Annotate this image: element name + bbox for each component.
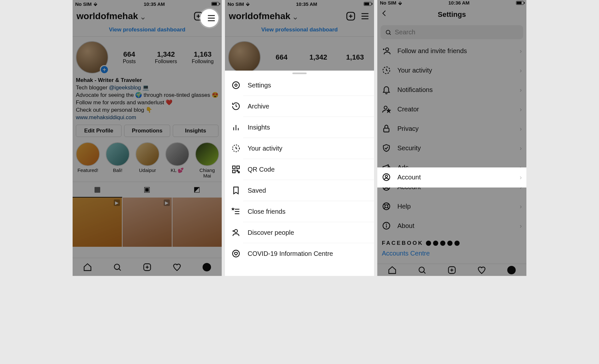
create-icon[interactable]	[447, 266, 456, 275]
accounts-centre-link[interactable]: Accounts Centre	[377, 248, 526, 264]
screen-1-profile: No SIM⬙ 10:35 AM worldofmehak View profe…	[73, 0, 222, 276]
battery-icon	[516, 1, 524, 5]
svg-line-38	[389, 33, 391, 35]
settings-notifications[interactable]: Notifications ›	[377, 80, 526, 99]
facebook-label: FACEBOOK	[382, 240, 423, 246]
settings-privacy[interactable]: Privacy ›	[377, 119, 526, 138]
settings-item-label: Account	[397, 174, 421, 181]
chevron-right-icon: ›	[520, 47, 522, 55]
activity-icon[interactable]	[172, 263, 182, 272]
settings-help[interactable]: Help ›	[377, 197, 526, 216]
settings-security[interactable]: Security ›	[377, 138, 526, 158]
username-switcher[interactable]: worldofmehak	[76, 11, 146, 21]
battery-icon	[211, 2, 219, 6]
menu-insights[interactable]: Insights	[225, 117, 374, 138]
tab-reels[interactable]: ▣	[122, 182, 172, 198]
username-switcher[interactable]: worldofmehak	[229, 11, 298, 21]
lock-icon	[382, 124, 391, 133]
search-icon[interactable]	[113, 263, 122, 272]
professional-dashboard-link[interactable]: View professional dashboard	[225, 23, 374, 37]
menu-saved[interactable]: Saved	[225, 180, 374, 201]
highlight-item[interactable]: KL 💕	[165, 142, 189, 178]
profile-avatar[interactable]: +	[76, 41, 108, 74]
create-icon[interactable]	[143, 263, 152, 272]
menu-covid-info[interactable]: COVID-19 Information Centre	[225, 243, 374, 264]
clock-icon	[382, 66, 391, 75]
tab-grid[interactable]: ▦	[73, 182, 122, 198]
bookmark-icon	[231, 186, 241, 195]
settings-creator[interactable]: Creator ›	[377, 99, 526, 119]
svg-point-37	[386, 30, 390, 34]
search-input[interactable]: Search	[381, 25, 523, 39]
post-thumbnail[interactable]	[123, 198, 172, 247]
clock: 10:35 AM	[250, 1, 364, 7]
svg-point-36	[233, 250, 240, 257]
edit-profile-button[interactable]: Edit Profile	[76, 125, 122, 137]
search-icon[interactable]	[417, 266, 427, 275]
settings-your-activity[interactable]: Your activity ›	[377, 61, 526, 80]
wifi-icon: ⬙	[94, 1, 97, 6]
stat-following[interactable]: 1,163	[339, 53, 371, 62]
insights-button[interactable]: Insights	[173, 125, 218, 137]
highlight-label: Featured!	[76, 167, 100, 173]
hamburger-icon[interactable]	[360, 11, 370, 21]
promotions-button[interactable]: Promotions	[124, 125, 170, 137]
settings-account-highlight[interactable]: Account ›	[377, 167, 526, 188]
svg-point-19	[233, 82, 240, 89]
posts-count: 664	[113, 50, 145, 59]
stat-posts[interactable]: 664	[266, 53, 297, 62]
menu-qr-code[interactable]: QR Code	[225, 159, 374, 180]
svg-point-58	[386, 224, 386, 224]
carrier-label: No SIM	[380, 0, 396, 6]
sheet-grabber[interactable]	[292, 73, 307, 74]
stat-followers[interactable]: 1,342 Followers	[150, 50, 182, 64]
professional-dashboard-link[interactable]: View professional dashboard	[73, 23, 222, 37]
bio-website-link[interactable]: www.mehaksiddiqui.com	[76, 114, 136, 120]
post-thumbnail[interactable]	[172, 198, 222, 247]
wifi-icon: ⬙	[246, 1, 250, 6]
create-post-icon[interactable]	[346, 11, 356, 21]
settings-item-label: Help	[397, 203, 411, 210]
add-story-badge[interactable]: +	[100, 65, 109, 74]
highlight-item[interactable]: Bali!	[106, 142, 130, 178]
status-bar: No SIM⬙ 10:35 AM	[225, 0, 374, 8]
story-highlights: Featured! Bali! Udaipur KL 💕 Chiang Mai	[73, 141, 222, 182]
svg-rect-27	[237, 170, 238, 171]
menu-archive[interactable]: Archive	[225, 96, 374, 117]
stat-followers[interactable]: 1,342	[302, 53, 334, 62]
profile-header: worldofmehak	[225, 8, 374, 23]
stat-following[interactable]: 1,163 Following	[187, 50, 218, 64]
stat-posts[interactable]: 664 Posts	[113, 50, 145, 64]
bio-mention[interactable]: @igeeksblog	[109, 85, 141, 91]
profile-nav-icon[interactable]	[202, 263, 211, 272]
profile-nav-icon[interactable]	[507, 266, 516, 275]
activity-icon[interactable]	[477, 266, 486, 275]
highlight-item[interactable]: Udaipur	[135, 142, 159, 178]
profile-avatar[interactable]	[228, 41, 261, 74]
settings-item-label: Your activity	[397, 67, 432, 74]
highlight-item[interactable]: Featured!	[76, 142, 100, 178]
menu-settings[interactable]: Settings	[225, 75, 374, 96]
settings-follow-invite[interactable]: Follow and invite friends ›	[377, 41, 526, 61]
home-icon[interactable]	[83, 263, 92, 272]
options-bottom-sheet: Settings Archive Insights Your activity …	[225, 71, 374, 276]
menu-close-friends[interactable]: Close friends	[225, 201, 374, 222]
settings-about[interactable]: About ›	[377, 216, 526, 235]
post-thumbnail[interactable]	[73, 198, 122, 247]
following-count: 1,163	[187, 50, 218, 59]
svg-line-7	[119, 268, 121, 270]
bio-text: Check out my personal blog 👇	[76, 107, 218, 114]
followers-count: 1,342	[150, 50, 182, 59]
tab-tagged[interactable]: ◩	[172, 182, 222, 198]
hamburger-highlight[interactable]	[200, 9, 218, 27]
profile-content-tabs: ▦ ▣ ◩	[73, 182, 222, 198]
bio-text: Advocate for seeing the 🌍 through rose-t…	[76, 92, 218, 99]
menu-discover-people[interactable]: Discover people	[225, 222, 374, 243]
chevron-right-icon: ›	[520, 67, 522, 74]
home-icon[interactable]	[388, 266, 397, 275]
back-button[interactable]	[381, 9, 390, 19]
carrier-label: No SIM	[228, 1, 244, 7]
menu-your-activity[interactable]: Your activity	[225, 138, 374, 159]
svg-rect-24	[233, 166, 235, 169]
highlight-item[interactable]: Chiang Mai	[195, 142, 219, 178]
